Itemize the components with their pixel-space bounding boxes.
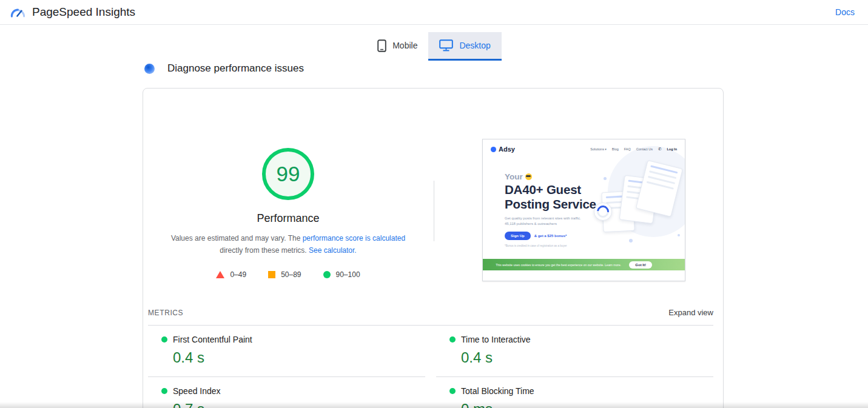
metric-label: Time to Interactive (461, 335, 531, 344)
docs-link[interactable]: Docs (835, 7, 855, 17)
desktop-monitor-icon (439, 39, 453, 52)
performance-score-gauge[interactable]: 99 (262, 148, 314, 200)
preview-cookie-text: This website uses cookies to ensure you … (488, 263, 629, 267)
tab-mobile[interactable]: Mobile (366, 32, 428, 61)
pass-dot-icon (449, 336, 456, 343)
score-legend: 0–49 50–89 90–100 (216, 270, 360, 279)
preview-gotit-button: Got It! (629, 261, 652, 269)
tab-desktop[interactable]: Desktop (428, 32, 501, 61)
preview-dot-shape (629, 239, 633, 242)
performance-label: Performance (257, 212, 319, 225)
preview-nav: Solutions Blog FAQ Contact Us Log In (590, 147, 677, 152)
preview-intro-text: Your (505, 172, 523, 181)
preview-navbar: Adsy Solutions Blog FAQ Contact Us Log I… (483, 139, 685, 159)
preview-brand-logo-icon (491, 147, 496, 152)
preview-cta-row: Sign Up & get a $25 bonus* (505, 232, 602, 240)
preview-subtext: Get quality posts from relevant sites wi… (505, 216, 585, 227)
page-screenshot-preview: Adsy Solutions Blog FAQ Contact Us Log I… (482, 139, 685, 281)
preview-footnote: *Bonus is credited in case of registrati… (505, 244, 602, 247)
preview-nav-solutions: Solutions (590, 147, 607, 151)
metric-label: First Contentful Paint (173, 335, 252, 344)
metric-value: 0 ms (461, 401, 713, 408)
disclaimer-text-2: directly from these metrics. (220, 246, 309, 255)
app-header: PageSpeed Insights Docs (0, 0, 868, 25)
preview-cookie-banner: This website uses cookies to ensure you … (483, 259, 685, 270)
diagnose-section-header: Diagnose performance issues (144, 62, 868, 75)
sunglasses-emoji-icon (525, 173, 532, 180)
metric-time-to-interactive: Time to Interactive 0.4 s (436, 326, 713, 377)
preview-phone-icon (658, 147, 661, 152)
pass-dot-icon (449, 388, 456, 394)
preview-nav-contact: Contact Us (636, 147, 653, 151)
preview-brand: Adsy (491, 145, 515, 153)
preview-hero: Your DA40+ Guest Posting Service Get qua… (483, 159, 685, 270)
pass-dot-icon (161, 388, 167, 394)
legend-fail-range: 0–49 (230, 270, 246, 279)
expand-view-button[interactable]: Expand view (668, 308, 713, 317)
preview-dot-shape (604, 177, 607, 180)
metric-value: 0.4 s (461, 349, 713, 366)
preview-nav-blog: Blog (612, 147, 619, 151)
legend-item-average: 50–89 (268, 270, 301, 279)
tab-mobile-label: Mobile (392, 41, 417, 50)
diagnose-sphere-icon (144, 64, 155, 74)
app-title: PageSpeed Insights (32, 5, 135, 19)
mobile-phone-icon (377, 39, 386, 52)
preview-intro: Your (505, 172, 602, 181)
metric-speed-index: Speed Index 0.7 s (148, 377, 425, 408)
metric-first-contentful-paint: First Contentful Paint 0.4 s (148, 326, 425, 377)
disclaimer-text-1: Values are estimated and may vary. The (171, 234, 303, 242)
pass-circle-icon (323, 271, 331, 278)
see-calculator-link[interactable]: See calculator. (309, 246, 357, 255)
metrics-header: METRICS Expand view (148, 302, 713, 326)
score-calculation-link[interactable]: performance score is calculated (303, 234, 405, 242)
report-card: 99 Performance Values are estimated and … (143, 88, 724, 408)
metric-total-blocking-time: Total Blocking Time 0 ms (436, 377, 713, 408)
preview-nav-faq: FAQ (624, 147, 631, 151)
average-square-icon (268, 271, 275, 278)
preview-brand-name: Adsy (499, 145, 515, 153)
score-disclaimer: Values are estimated and may vary. The p… (163, 232, 413, 257)
preview-dot-shape (678, 234, 680, 236)
preview-hero-copy: Your DA40+ Guest Posting Service Get qua… (505, 172, 602, 247)
pass-dot-icon (161, 336, 167, 343)
preview-signup-button: Sign Up (505, 232, 531, 240)
vertical-divider (434, 181, 434, 241)
metric-label: Total Blocking Time (461, 386, 534, 396)
preview-illustration (593, 161, 684, 266)
preview-bonus-text: & get a $25 bonus* (534, 234, 567, 238)
section-title: Diagnose performance issues (167, 62, 304, 75)
legend-item-fail: 0–49 (216, 270, 246, 279)
preview-nav-login: Log In (667, 147, 678, 151)
score-column: 99 Performance Values are estimated and … (143, 89, 433, 279)
legend-average-range: 50–89 (281, 270, 301, 279)
pagespeed-logo-icon (10, 4, 26, 21)
legend-item-pass: 90–100 (323, 270, 360, 279)
metrics-grid: First Contentful Paint 0.4 s Time to Int… (148, 326, 713, 408)
legend-pass-range: 90–100 (336, 270, 360, 279)
metrics-title: METRICS (148, 309, 183, 317)
performance-score-value: 99 (277, 162, 300, 186)
metric-value: 0.7 s (173, 401, 425, 408)
metric-label: Speed Index (173, 386, 221, 396)
tab-desktop-label: Desktop (459, 41, 490, 50)
metric-value: 0.4 s (173, 349, 425, 366)
device-tabs: Mobile Desktop (0, 32, 868, 61)
fail-triangle-icon (216, 271, 224, 278)
score-panel: 99 Performance Values are estimated and … (143, 89, 723, 302)
preview-headline: DA40+ Guest Posting Service (505, 182, 602, 212)
